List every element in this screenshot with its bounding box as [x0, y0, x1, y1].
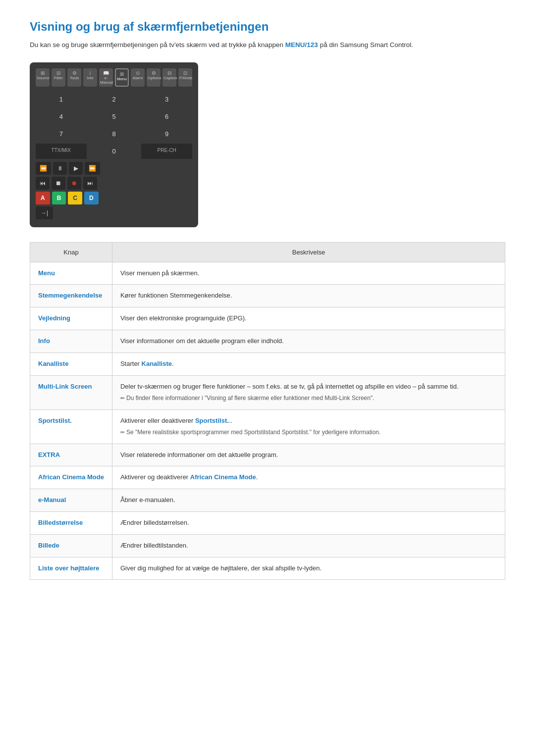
- desc-cell: Viser menuen på skærmen.: [112, 262, 505, 285]
- key-cell: Menu: [30, 262, 112, 285]
- key-3: 3: [141, 92, 192, 107]
- rewind-btn: ⏪: [36, 162, 51, 175]
- key-cell: e-Manual: [30, 489, 112, 512]
- caption-btn: ⊟Caption: [162, 68, 176, 87]
- desc-cell: Åbner e-manualen.: [112, 489, 505, 512]
- desc-cell: Aktiverer eller deaktiverer Sportstilst.…: [112, 409, 505, 444]
- key-cell: Vejledning: [30, 307, 112, 330]
- table-row: Sportstilst.Aktiverer eller deaktiverer …: [30, 409, 505, 444]
- key-cell: Billedstørrelse: [30, 511, 112, 534]
- table-row: StemmegenkendelseKører funktionen Stemme…: [30, 285, 505, 307]
- sportstilst-link: Sportstilst.: [195, 417, 229, 424]
- table-row: African Cinema ModeAktiverer og deaktive…: [30, 466, 505, 489]
- table-row: Multi-Link ScreenDeler tv-skærmen og bru…: [30, 375, 505, 409]
- pause-btn: ⏸: [53, 162, 67, 175]
- african-cinema-link: African Cinema Mode: [190, 473, 256, 481]
- desc-text: Ændrer billedstørrelsen.: [120, 519, 189, 526]
- color-buttons: A B C D: [36, 192, 192, 204]
- table-row: BilledstørrelseÆndrer billedstørrelsen.: [30, 511, 505, 534]
- desc-cell: Deler tv-skærmen og bruger flere funktio…: [112, 375, 505, 409]
- remote-image-container: ⊞Source ⊟Filter ⚙Tools iInfo 📖e-Manual ⊞…: [30, 62, 505, 227]
- table-row: KanallisteStarter Kanalliste.: [30, 353, 505, 375]
- alarm-btn: ⊙Alarm: [131, 68, 145, 87]
- playback-row-1: ⏪ ⏸ ▶ ⏩: [36, 162, 192, 175]
- page-title: Visning og brug af skærmfjernbetjeningen: [30, 20, 505, 34]
- key-cell: Stemmegenkendelse: [30, 285, 112, 307]
- table-row: e-ManualÅbner e-manualen.: [30, 489, 505, 512]
- filter-btn: ⊟Filter: [52, 68, 65, 87]
- desc-cell: Viser informationer om det aktuelle prog…: [112, 330, 505, 353]
- btn-a: A: [36, 192, 50, 204]
- key-prech: PRE-CH: [141, 144, 192, 159]
- header-key: Knap: [30, 242, 112, 262]
- key-cell: Kanalliste: [30, 353, 112, 375]
- table-row: Liste over højttalereGiver dig mulighed …: [30, 557, 505, 580]
- key-ttx: TTX/MIX: [36, 144, 87, 159]
- play-btn: ▶: [69, 162, 83, 175]
- key-cell: Info: [30, 330, 112, 353]
- desc-cell: Starter Kanalliste.: [112, 353, 505, 375]
- key-0: 0: [89, 144, 140, 159]
- key-4: 4: [36, 109, 87, 124]
- desc-text: Kører funktionen Stemmegenkendelse.: [120, 292, 232, 299]
- key-cell: Multi-Link Screen: [30, 375, 112, 409]
- note-text: Du finder flere informationer i "Visning…: [120, 394, 497, 403]
- btn-c: C: [68, 192, 82, 204]
- kanalliste-link: Kanalliste: [142, 360, 172, 367]
- key-2: 2: [89, 92, 140, 107]
- ff-btn: ⏩: [85, 162, 100, 175]
- btn-d: D: [84, 192, 99, 204]
- remote-top-row: ⊞Source ⊟Filter ⚙Tools iInfo 📖e-Manual ⊞…: [36, 68, 192, 87]
- description-table: Knap Beskrivelse MenuViser menuen på skæ…: [30, 242, 505, 580]
- key-9: 9: [141, 126, 192, 142]
- desc-text-end: ..: [229, 417, 232, 424]
- intro-paragraph: Du kan se og bruge skærmfjernbetjeningen…: [30, 40, 505, 50]
- header-desc: Beskrivelse: [112, 242, 505, 262]
- table-header-row: Knap Beskrivelse: [30, 242, 505, 262]
- desc-cell: Ændrer billedtilstanden.: [112, 534, 505, 557]
- desc-text: Viser menuen på skærmen.: [120, 269, 199, 277]
- desc-cell: Giver dig mulighed for at vælge de højtt…: [112, 557, 505, 580]
- intro-text-end: på din Samsung Smart Control.: [318, 41, 413, 49]
- table-row: VejledningViser den elektroniske program…: [30, 307, 505, 330]
- return-btn: →|: [36, 206, 53, 219]
- desc-text-end: .: [256, 473, 258, 481]
- key-cell: Liste over højttalere: [30, 557, 112, 580]
- table-row: BilledeÆndrer billedtilstanden.: [30, 534, 505, 557]
- info-btn: iInfo: [83, 68, 97, 87]
- desc-text-end: .: [172, 360, 174, 367]
- note-text: Se "Mere realistiske sportsprogrammer me…: [120, 428, 497, 437]
- next-btn: ⏭: [83, 177, 97, 190]
- key-5: 5: [89, 109, 140, 124]
- key-6: 6: [141, 109, 192, 124]
- table-row: InfoViser informationer om det aktuelle …: [30, 330, 505, 353]
- desc-cell: Aktiverer og deaktiverer African Cinema …: [112, 466, 505, 489]
- stop-btn: ⏹: [52, 177, 65, 190]
- menu-btn: ⊞Menu: [115, 68, 129, 87]
- desc-text: Viser informationer om det aktuelle prog…: [120, 337, 284, 345]
- desc-text: Deler tv-skærmen og bruger flere funktio…: [120, 383, 459, 390]
- intro-text-start: Du kan se og bruge skærmfjernbetjeningen…: [30, 41, 285, 49]
- options-btn: ⚙Options: [147, 68, 160, 87]
- source-btn: ⊞Source: [36, 68, 50, 87]
- table-row: EXTRAViser relaterede informationer om d…: [30, 444, 505, 466]
- key-cell: African Cinema Mode: [30, 466, 112, 489]
- pmode-btn: ⊡P.Mode: [178, 68, 192, 87]
- key-cell: Sportstilst.: [30, 409, 112, 444]
- desc-text: Starter: [120, 360, 142, 367]
- desc-text: Viser den elektroniske programguide (EPG…: [120, 314, 247, 322]
- desc-text: Giver dig mulighed for at vælge de højtt…: [120, 564, 321, 572]
- key-cell: Billede: [30, 534, 112, 557]
- prev-btn: ⏮: [36, 177, 50, 190]
- key-8: 8: [89, 126, 140, 142]
- emanual-btn: 📖e-Manual: [99, 68, 113, 87]
- desc-text: Aktiverer eller deaktiverer: [120, 417, 195, 424]
- record-btn: ⏺: [67, 177, 81, 190]
- tools-btn: ⚙Tools: [67, 68, 81, 87]
- key-1: 1: [36, 92, 87, 107]
- desc-text: Ændrer billedtilstanden.: [120, 542, 188, 549]
- btn-b: B: [52, 192, 66, 204]
- desc-cell: Kører funktionen Stemmegenkendelse.: [112, 285, 505, 307]
- playback-row-2: ⏮ ⏹ ⏺ ⏭: [36, 177, 192, 190]
- remote-numpad: 1 2 3 4 5 6 7 8 9 TTX/MIX 0 PRE-CH: [36, 92, 192, 159]
